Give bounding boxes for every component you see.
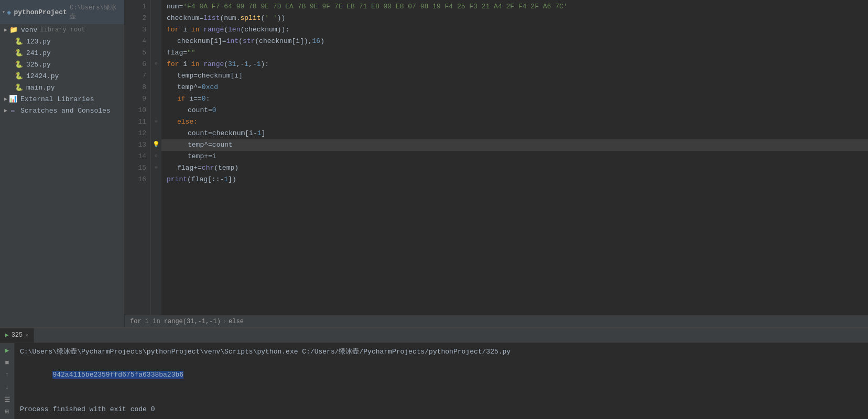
sidebar-item-scratches[interactable]: ▶ ✏ Scratches and Consoles [0, 105, 124, 116]
sidebar-item-325py[interactable]: 🐍 325.py [0, 59, 124, 70]
bottom-panel: ▶ 325 ✕ ▶ ■ ↑ ↓ ☰ ⊞ C:\Users\绿冰壶\Pycharm… [0, 327, 868, 419]
pin-button[interactable]: ⊞ [2, 407, 13, 417]
terminal-output-selected: 942a4115be2359ffd675fa6338ba23b6 [52, 371, 183, 379]
terminal-output: 942a4115be2359ffd675fa6338ba23b6 [20, 358, 863, 392]
gutter-6: ⊖ [151, 58, 161, 69]
gutter-8 [151, 81, 161, 92]
terminal-command: C:\Users\绿冰壶\PycharmProjects\pythonProje… [20, 346, 863, 358]
venv-label: venv [21, 26, 37, 34]
bottom-tabs: ▶ 325 ✕ [0, 328, 868, 343]
breadcrumb-bar: for i in range(31,-1,-1) › else [125, 315, 868, 327]
ln-4: 4 [125, 36, 146, 47]
ln-6: 6 [125, 59, 146, 70]
external-arrow: ▶ [4, 96, 7, 102]
gutter-15: ⊖ [151, 161, 161, 173]
gutter-2 [151, 12, 161, 23]
project-icon: ◈ [7, 8, 11, 17]
bp-14[interactable]: ⊖ [155, 153, 157, 159]
scratches-icon: ✏ [9, 106, 17, 115]
ln-12: 12 [125, 128, 146, 139]
project-arrow: ▾ [2, 9, 5, 15]
file-241-label: 241.py [26, 49, 51, 57]
sidebar-item-external-libraries[interactable]: ▶ 📊 External Libraries [0, 93, 124, 105]
line-numbers: 1 2 3 4 5 6 7 8 9 10 11 12 13 14 15 16 [125, 0, 151, 315]
sidebar-item-mainpy[interactable]: 🐍 main.py [0, 82, 124, 93]
breadcrumb-separator: › [223, 318, 226, 325]
code-line-11: else: [161, 116, 868, 128]
terminal-blank [20, 392, 863, 404]
gutter-1 [151, 0, 161, 12]
code-line-8: temp^=0xcd [161, 82, 868, 93]
code-line-4: checknum[i]=int(str(checknum[i]),16) [161, 36, 868, 47]
run-tab-icon: ▶ [5, 332, 9, 338]
bp-15[interactable]: ⊖ [155, 164, 157, 170]
project-header[interactable]: ▾ ◈ pythonProject C:\Users\绿冰壶 [0, 0, 124, 24]
fold-6[interactable]: ⊖ [155, 61, 157, 67]
ln-1: 1 [125, 1, 146, 13]
gutter-10 [151, 104, 161, 115]
gutter-5 [151, 46, 161, 58]
ln-7: 7 [125, 70, 146, 82]
ln-3: 3 [125, 24, 146, 36]
run-tab[interactable]: ▶ 325 ✕ [0, 328, 34, 343]
ln-2: 2 [125, 13, 146, 24]
scroll-down-button[interactable]: ↓ [2, 382, 13, 393]
sidebar-item-12424py[interactable]: 🐍 12424.py [0, 70, 124, 82]
sidebar: ▾ ◈ pythonProject C:\Users\绿冰壶 ▶ 📁 venv … [0, 0, 125, 327]
gutter-11: ⊖ [151, 115, 161, 127]
code-line-10: count=0 [161, 105, 868, 116]
editor-area: 1 2 3 4 5 6 7 8 9 10 11 12 13 14 15 16 [125, 0, 868, 327]
ln-8: 8 [125, 82, 146, 93]
scratches-arrow: ▶ [4, 107, 7, 114]
ln-10: 10 [125, 105, 146, 116]
code-line-5: flag="" [161, 47, 868, 59]
project-path: C:\Users\绿冰壶 [70, 3, 120, 21]
gutter-4 [151, 35, 161, 46]
code-line-1: num='F4 0A F7 64 99 78 9E 7D EA 7B 9E 9F… [161, 1, 868, 13]
gutter-3 [151, 23, 161, 35]
ln-16: 16 [125, 174, 146, 185]
editor-content: 1 2 3 4 5 6 7 8 9 10 11 12 13 14 15 16 [125, 0, 868, 315]
sidebar-item-241py[interactable]: 🐍 241.py [0, 47, 124, 59]
breadcrumb-part-1[interactable]: for i in range(31,-1,-1) [130, 318, 221, 325]
ln-9: 9 [125, 93, 146, 105]
breadcrumb-part-2[interactable]: else [229, 318, 244, 325]
code-line-2: checknum=list(num.split(' ')) [161, 13, 868, 24]
file-12424-icon: 🐍 [15, 72, 23, 80]
bulb-icon-13[interactable]: 💡 [153, 141, 160, 148]
ln-13: 13 [125, 139, 146, 151]
ln-5: 5 [125, 47, 146, 59]
scroll-up-button[interactable]: ↑ [2, 370, 13, 380]
gutter-9 [151, 92, 161, 104]
code-line-14: temp+=i [161, 151, 868, 162]
stop-button[interactable]: ■ [2, 358, 13, 368]
file-123-icon: 🐍 [15, 37, 23, 46]
venv-folder-icon: 📁 [9, 26, 18, 34]
ln-14: 14 [125, 151, 146, 162]
gutter-14: ⊖ [151, 150, 161, 161]
terminal-exit: Process finished with exit code 0 [20, 404, 863, 415]
bottom-sidebar: ▶ ■ ↑ ↓ ☰ ⊞ [0, 343, 15, 419]
file-325-icon: 🐍 [15, 60, 23, 69]
code-line-15: flag+=chr(temp) [161, 162, 868, 174]
ln-15: 15 [125, 162, 146, 174]
sidebar-item-123py[interactable]: 🐍 123.py [0, 36, 124, 47]
run-tab-close[interactable]: ✕ [25, 332, 28, 338]
sidebar-item-venv[interactable]: ▶ 📁 venv library root [0, 24, 124, 36]
code-line-13: temp^=count [161, 139, 868, 151]
gutter-13: 💡 [151, 138, 161, 150]
scratches-label: Scratches and Consoles [20, 107, 111, 115]
code-line-7: temp=checknum[i] [161, 70, 868, 82]
rerun-button[interactable]: ▶ [2, 345, 13, 356]
code-area[interactable]: num='F4 0A F7 64 99 78 9E 7D EA 7B 9E 9F… [161, 0, 868, 315]
gutter-12 [151, 127, 161, 138]
project-name: pythonProject [14, 8, 67, 16]
file-main-label: main.py [26, 84, 55, 92]
settings-button[interactable]: ☰ [2, 394, 13, 405]
run-tab-label: 325 [12, 332, 23, 339]
file-12424-label: 12424.py [26, 72, 59, 80]
fold-11[interactable]: ⊖ [155, 118, 157, 124]
bottom-content: ▶ ■ ↑ ↓ ☰ ⊞ C:\Users\绿冰壶\PycharmProjects… [0, 343, 868, 419]
external-icon: 📊 [9, 95, 17, 103]
terminal-area[interactable]: C:\Users\绿冰壶\PycharmProjects\pythonProje… [15, 343, 868, 419]
